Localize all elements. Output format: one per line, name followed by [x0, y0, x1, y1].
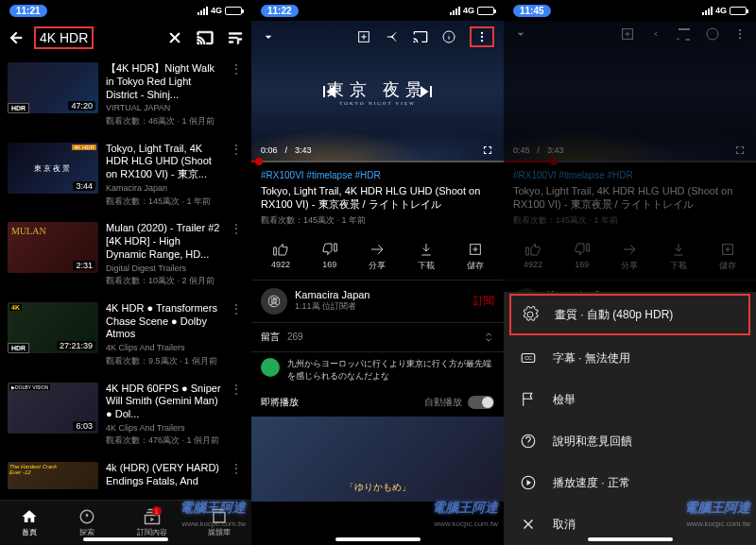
nav-home[interactable]: 首頁 — [21, 508, 38, 537]
signal-icon — [198, 7, 208, 15]
menu-feedback[interactable]: 說明和意見回饋 — [504, 420, 756, 462]
thumb-up-icon — [525, 242, 541, 257]
result-title: 4K HDR ● Transformers Chase Scene ● Dolb… — [106, 302, 223, 341]
comments-header[interactable]: 留言 269 — [251, 323, 504, 352]
watermark-url: www.kocpc.com.tw — [181, 519, 246, 528]
search-result[interactable]: 4K HDR 27:21:39 4K HDR ● Transformers Ch… — [0, 295, 251, 375]
channel-name: Kamacira Japan — [295, 289, 466, 300]
previous-icon[interactable] — [318, 80, 340, 103]
result-title: Tokyo, Light Trail, 4K HDR HLG UHD (Shoo… — [106, 143, 223, 181]
more-options-button[interactable] — [470, 26, 494, 47]
more-vert-icon — [475, 30, 489, 43]
thumb-down-icon — [322, 242, 337, 257]
menu-quality[interactable]: 畫質 · 自動 (480p HDR) — [509, 294, 750, 335]
expand-icon[interactable] — [483, 332, 494, 343]
menu-label: 取消 — [553, 517, 576, 533]
result-title: Mulan (2020) - Trailer #2 [4K HDR] - Hig… — [106, 222, 223, 261]
like-button[interactable]: 4922 — [271, 242, 290, 272]
share-icon — [622, 242, 637, 257]
search-result[interactable]: 4K HDR 東京夜景 3:44 Tokyo, Light Trail, 4K … — [0, 135, 251, 215]
info-icon — [705, 26, 720, 42]
thumbnail[interactable]: ▶DOLBY VISION 6:03 — [8, 383, 98, 434]
upnext-label: 即將播放 — [261, 396, 299, 409]
search-result[interactable]: The Hardest CrackEver -12 直播 4k (HDR) (V… — [0, 454, 251, 489]
watermark-url: www.kocpc.com.tw — [686, 519, 750, 528]
player-top-bar — [251, 26, 504, 47]
home-indicator[interactable] — [83, 537, 168, 541]
menu-label: 字幕 · 無法使用 — [553, 350, 630, 366]
fullscreen-icon[interactable] — [481, 144, 494, 157]
hashtags: #RX100VI #timelapse #HDR — [513, 170, 747, 180]
more-icon[interactable]: ⋮ — [231, 383, 242, 396]
progress-bar[interactable] — [251, 161, 504, 162]
search-query[interactable]: 4K HDR — [34, 26, 94, 49]
search-result[interactable]: MULAN 2:31 Mulan (2020) - Trailer #2 [4K… — [0, 214, 251, 295]
back-icon[interactable] — [8, 29, 25, 46]
channel-row[interactable]: ㊮ Kamacira Japan 1.11萬 位訂閱者 訂閱 — [251, 281, 504, 323]
add-to-playlist-icon[interactable] — [356, 29, 371, 44]
search-result[interactable]: HDR 47:20 【4K HDR】Night Walk in Tokyo Re… — [0, 55, 251, 135]
clear-icon[interactable] — [166, 29, 183, 46]
search-result[interactable]: ▶DOLBY VISION 6:03 4K HDR 60FPS ● Sniper… — [0, 375, 251, 455]
channel-avatar[interactable]: ㊮ — [261, 288, 287, 315]
thumbnail[interactable]: MULAN 2:31 — [8, 222, 98, 273]
menu-speed[interactable]: 播放速度 · 正常 — [504, 462, 756, 503]
filter-icon[interactable] — [227, 29, 244, 46]
video-player: 0:45 / 3:43 — [504, 21, 756, 162]
more-icon[interactable]: ⋮ — [231, 222, 242, 235]
thumb-down-icon — [575, 242, 590, 257]
video-views: 觀看次數：145萬次 · 1 年前 — [513, 214, 747, 227]
thumbnail[interactable]: 4K HDR 27:21:39 — [8, 302, 98, 353]
more-icon[interactable]: ⋮ — [231, 62, 242, 76]
video-player[interactable]: 東京 夜景 TOKYO NIGHT VIEW 0:06 / 3:43 — [251, 21, 504, 162]
svg-point-4 — [481, 36, 483, 38]
search-bar: 4K HDR — [0, 21, 251, 55]
download-icon — [419, 242, 434, 257]
comments-label: 留言 — [261, 331, 280, 344]
home-indicator[interactable] — [588, 537, 673, 541]
collapse-icon[interactable] — [261, 29, 276, 44]
duration-badge: 6:03 — [73, 421, 95, 431]
hashtags[interactable]: #RX100VI #timelapse #HDR — [261, 170, 494, 180]
thumbnail[interactable]: HDR 47:20 — [8, 62, 98, 113]
results-list[interactable]: HDR 47:20 【4K HDR】Night Walk in Tokyo Re… — [0, 55, 251, 489]
svg-point-3 — [481, 32, 483, 34]
upnext-thumbnail[interactable]: 「ゆりかもめ」 — [251, 417, 504, 502]
cast-icon[interactable] — [413, 29, 428, 44]
thumbnail[interactable]: The Hardest CrackEver -12 直播 — [8, 462, 98, 489]
save-button[interactable]: 儲存 — [467, 242, 484, 272]
battery-icon — [225, 7, 242, 15]
video-metadata[interactable]: #RX100VI #timelapse #HDR Tokyo, Light Tr… — [251, 162, 504, 234]
comment-item[interactable]: 九州からヨーロッパに行くより東京に行く方が最先端を感じられるのなんだよな — [251, 352, 504, 388]
share-icon[interactable] — [385, 29, 400, 44]
home-indicator[interactable] — [335, 537, 421, 541]
duration-badge: 3:44 — [73, 181, 95, 191]
nav-explore[interactable]: 探索 — [78, 508, 95, 537]
menu-report[interactable]: 檢舉 — [504, 379, 756, 420]
nav-subscriptions[interactable]: 1 訂閱內容 — [137, 508, 167, 537]
cast-icon[interactable] — [197, 29, 214, 46]
thumbnail[interactable]: 4K HDR 東京夜景 3:44 — [8, 143, 98, 194]
autoplay-toggle[interactable] — [468, 396, 494, 409]
download-button[interactable]: 下載 — [418, 242, 435, 272]
subscribe-button[interactable]: 訂閱 — [473, 294, 494, 308]
status-right: 4G — [702, 6, 747, 15]
status-right: 4G — [198, 6, 242, 15]
info-icon[interactable] — [441, 29, 456, 44]
more-icon[interactable]: ⋮ — [231, 302, 242, 315]
search-results-screen: 11:21 4G 4K HDR HDR 47:20 【4K HDR】Night … — [0, 0, 251, 545]
more-icon[interactable]: ⋮ — [231, 462, 242, 475]
menu-label: 畫質 · 自動 (480p HDR) — [555, 307, 673, 323]
video-title: Tokyo, Light Trail, 4K HDR HLG UHD (Shoo… — [513, 184, 747, 212]
home-icon — [21, 508, 38, 525]
video-views: 觀看次數：145萬次 · 1 年前 — [261, 214, 494, 227]
watermark-url: www.kocpc.com.tw — [434, 519, 498, 528]
action-row: 4922 169 分享 下載 儲存 — [251, 234, 504, 281]
hdr-badge: HDR — [8, 103, 29, 113]
more-icon[interactable]: ⋮ — [231, 143, 242, 156]
share-button[interactable]: 分享 — [369, 242, 386, 272]
dislike-button[interactable]: 169 — [322, 242, 337, 272]
video-title: Tokyo, Light Trail, 4K HDR HLG UHD (Shoo… — [261, 184, 494, 212]
next-icon[interactable] — [415, 80, 438, 103]
menu-captions[interactable]: CC 字幕 · 無法使用 — [504, 337, 756, 379]
